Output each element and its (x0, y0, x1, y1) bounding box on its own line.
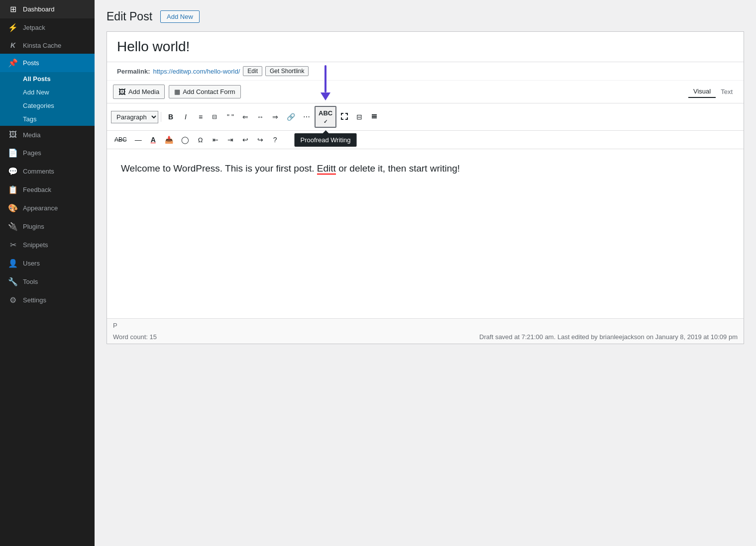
editor-toolbar-top: 🖼 Add Media ▦ Add Contact Form Visual Te… (107, 81, 744, 103)
sidebar-item-label: Kinsta Cache (23, 42, 61, 49)
word-count-value: 15 (149, 333, 156, 341)
svg-text:⊟: ⊟ (212, 113, 217, 120)
paste-text-button[interactable]: 📥 (161, 133, 177, 146)
sidebar-item-label: Jetpack (23, 24, 45, 31)
sidebar-item-jetpack[interactable]: ⚡ Jetpack (0, 18, 95, 37)
outdent-button[interactable]: ⇤ (209, 133, 222, 146)
sidebar-item-label: Comments (23, 168, 54, 175)
fullscreen-button[interactable] (337, 110, 351, 124)
kinsta-icon: K (8, 41, 18, 49)
sidebar-subitem-all-posts[interactable]: All Posts (0, 72, 95, 86)
edit-post-container: Permalink: https://editwp.com/hello-worl… (107, 31, 744, 344)
permalink-label: Permalink: (117, 68, 150, 75)
plugins-icon: 🔌 (8, 222, 18, 231)
editor-format-bar-row2: ABC — A 📥 ◯ Ω ⇤ ⇥ ↩ ↪ ? (107, 131, 744, 149)
sidebar-item-pages[interactable]: 📄 Pages (0, 144, 95, 162)
clear-formatting-button[interactable]: ◯ (178, 133, 193, 146)
strikethrough-button[interactable]: ABC (111, 134, 130, 146)
post-title-input[interactable] (107, 32, 744, 62)
sidebar-subitem-tags[interactable]: Tags (0, 112, 95, 126)
sidebar-item-kinsta-cache[interactable]: K Kinsta Cache (0, 37, 95, 54)
misspelled-word: Editt (317, 163, 336, 175)
toggle-toolbar-button[interactable]: ⊟ (352, 110, 366, 123)
link-button[interactable]: 🔗 (283, 110, 299, 123)
blockquote-button[interactable]: " " (223, 110, 237, 123)
paragraph-format-select[interactable]: Paragraph (111, 111, 158, 123)
permalink-url[interactable]: https://editwp.com/hello-world/ (153, 68, 240, 75)
html-tag: P (113, 322, 117, 329)
proofread-container: ABC✓ Proofread Writing (315, 106, 336, 128)
sidebar-item-label: Pages (23, 149, 41, 157)
redo-button[interactable]: ↪ (253, 133, 267, 146)
align-right-button[interactable]: ⇒ (268, 110, 282, 123)
sidebar-item-label: Dashboard (23, 5, 55, 13)
sidebar-item-comments[interactable]: 💬 Comments (0, 162, 95, 181)
help-button[interactable]: ? (268, 133, 282, 146)
users-icon: 👤 (8, 259, 18, 268)
editor-status-bar: P (107, 318, 744, 332)
page-header: Edit Post Add New (107, 10, 744, 23)
add-contact-form-button[interactable]: ▦ Add Contact Form (169, 85, 241, 98)
page-title: Edit Post (107, 10, 152, 23)
align-left-button[interactable]: ⇐ (238, 110, 252, 123)
permalink-bar: Permalink: https://editwp.com/hello-worl… (107, 62, 744, 81)
text-tab[interactable]: Text (716, 86, 738, 98)
sidebar-item-label: Snippets (23, 241, 48, 249)
settings-icon: ⚙ (8, 295, 18, 305)
draft-info: Draft saved at 7:21:00 am. Last edited b… (479, 333, 738, 341)
more-button[interactable]: ⋯ (300, 110, 314, 123)
sidebar-subitem-add-new[interactable]: Add New (0, 86, 95, 99)
edit-permalink-button[interactable]: Edit (243, 66, 262, 76)
sidebar-item-label: Media (23, 131, 40, 139)
sidebar-item-feedback[interactable]: 📋 Feedback (0, 181, 95, 199)
content-text-after: or delete it, then start writing! (336, 163, 460, 174)
sidebar-item-settings[interactable]: ⚙ Settings (0, 291, 95, 309)
sidebar-item-label: Settings (23, 296, 46, 304)
editor-paragraph: Welcome to WordPress. This is your first… (121, 161, 730, 176)
jetpack-icon: ⚡ (8, 23, 18, 32)
comments-icon: 💬 (8, 167, 18, 176)
sidebar-item-plugins[interactable]: 🔌 Plugins (0, 217, 95, 236)
posts-icon: 📌 (8, 58, 18, 68)
unordered-list-button[interactable]: ≡ (194, 110, 208, 123)
add-media-button[interactable]: 🖼 Add Media (113, 85, 165, 99)
text-color-button[interactable]: A (146, 133, 160, 146)
indent-button[interactable]: ⇥ (223, 133, 237, 146)
sidebar-item-label: Posts (23, 59, 39, 67)
horizontal-rule-button[interactable]: — (131, 133, 145, 146)
sidebar-item-dashboard[interactable]: ⊞ Dashboard (0, 0, 95, 18)
ordered-list-button[interactable]: ⊟ (209, 110, 222, 124)
add-media-icon: 🖼 (118, 88, 126, 96)
align-center-button[interactable]: ↔ (253, 110, 267, 123)
sidebar-item-label: Appearance (23, 204, 58, 212)
italic-button[interactable]: I (179, 110, 193, 123)
special-char-button[interactable]: Ω (194, 134, 208, 146)
add-form-icon: ▦ (174, 88, 180, 95)
sidebar-item-label: Plugins (23, 223, 44, 230)
tools-icon: 🔧 (8, 277, 18, 286)
undo-button[interactable]: ↩ (238, 133, 252, 146)
sidebar-item-label: Users (23, 260, 40, 267)
editor-word-count-bar: Word count: 15 Draft saved at 7:21:00 am… (107, 332, 744, 344)
feedback-icon: 📋 (8, 185, 18, 194)
sidebar-subitem-categories[interactable]: Categories (0, 99, 95, 112)
sidebar-item-users[interactable]: 👤 Users (0, 254, 95, 273)
word-count-info: Word count: 15 (113, 333, 157, 341)
sidebar-item-posts[interactable]: 📌 Posts (0, 54, 95, 72)
bold-button[interactable]: B (164, 110, 178, 123)
sidebar-item-media[interactable]: 🖼 Media (0, 126, 95, 144)
sidebar-item-appearance[interactable]: 🎨 Appearance (0, 199, 95, 217)
sidebar-item-label: Tools (23, 278, 38, 285)
sidebar-item-tools[interactable]: 🔧 Tools (0, 273, 95, 291)
proofread-icon: ABC✓ (319, 109, 332, 125)
content-text-before: Welcome to WordPress. This is your first… (121, 163, 317, 174)
add-new-button[interactable]: Add New (160, 10, 200, 23)
editor-content[interactable]: Welcome to WordPress. This is your first… (107, 149, 744, 318)
word-count-label: Word count: (113, 333, 148, 341)
get-shortlink-button[interactable]: Get Shortlink (265, 66, 309, 76)
visual-tab[interactable]: Visual (688, 86, 716, 98)
sidebar-item-snippets[interactable]: ✂ Snippets (0, 236, 95, 254)
proofread-writing-button[interactable]: ABC✓ (315, 106, 336, 128)
expand-button[interactable] (367, 110, 381, 124)
dashboard-icon: ⊞ (8, 4, 18, 14)
